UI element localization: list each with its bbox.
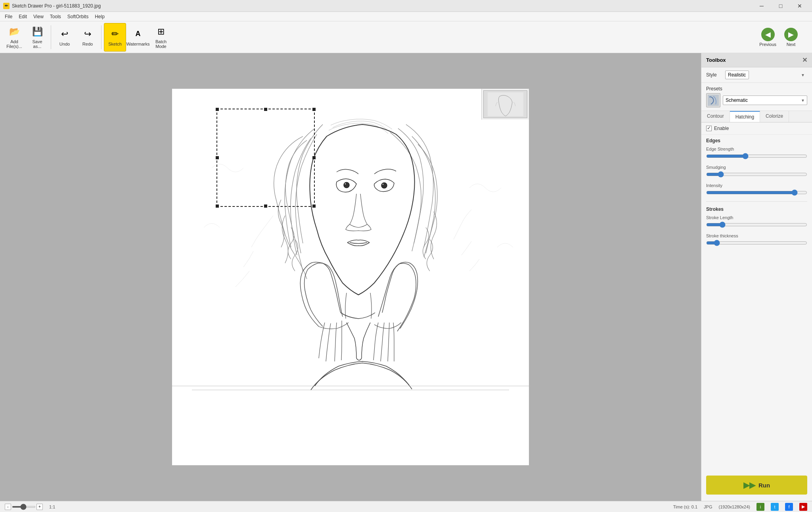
twitter-icon: t <box>774 504 775 509</box>
save-as-button[interactable]: 💾 Saveas... <box>26 23 48 52</box>
presets-row: Schematic Classic Modern Detailed ▼ <box>706 93 807 107</box>
intensity-row: Intensity <box>701 181 812 200</box>
menu-file[interactable]: File <box>2 13 15 20</box>
youtube-button[interactable]: ▶ <box>799 503 807 511</box>
edges-section-header: Edges <box>701 135 812 145</box>
presets-label: Presets <box>706 86 807 92</box>
tab-contour[interactable]: Contour <box>701 111 730 122</box>
svg-rect-0 <box>172 89 529 465</box>
tab-colorize[interactable]: Colorize <box>760 111 789 122</box>
nav-buttons: ◀ Previous ▶ Next <box>756 26 801 48</box>
next-icon: ▶ <box>784 28 798 41</box>
menu-help[interactable]: Help <box>92 13 108 20</box>
zoom-slider[interactable] <box>12 506 36 508</box>
undo-button[interactable]: ↩ Undo <box>54 23 76 52</box>
style-select-wrap: Realistic Cartoon Abstract ▼ <box>725 71 807 79</box>
info-icon: i <box>760 504 761 509</box>
title-controls[interactable]: ─ □ ✕ <box>753 0 809 12</box>
stroke-thickness-row: Stroke thickness <box>701 232 812 250</box>
redo-label: Redo <box>82 42 93 46</box>
intensity-track <box>706 189 807 196</box>
watermarks-icon: A <box>132 28 144 40</box>
format-status: JPG <box>704 504 712 509</box>
tabs: Contour Hatching Colorize <box>701 111 812 122</box>
nav-section: ◀ Previous ▶ Next <box>756 26 809 48</box>
sketch-canvas[interactable] <box>172 89 529 465</box>
edge-strength-slider[interactable] <box>706 153 807 159</box>
toolbar: 📂 AddFile(s)... 💾 Saveas... ↩ Undo ↪ Red… <box>0 21 812 53</box>
app-icon: ✏ <box>3 3 10 9</box>
status-bar: - + 1:1 Time (s): 0.1 JPG (1920x1280x24)… <box>0 501 812 512</box>
next-button[interactable]: ▶ Next <box>781 26 801 48</box>
svg-point-4 <box>382 183 384 185</box>
batch-mode-label: BatchMode <box>155 39 167 49</box>
twitter-button[interactable]: t <box>771 503 779 511</box>
edge-strength-label: Edge Strength <box>706 147 807 151</box>
add-files-label: AddFile(s)... <box>6 39 22 49</box>
intensity-slider[interactable] <box>706 189 807 196</box>
style-select[interactable]: Realistic Cartoon Abstract <box>725 71 749 79</box>
zoom-ratio: 1:1 <box>49 504 55 509</box>
sketch-icon: ✏ <box>109 28 121 40</box>
zoom-in-button[interactable]: + <box>36 504 43 510</box>
toolbox-spacer <box>701 250 812 469</box>
maximize-button[interactable]: □ <box>772 0 790 12</box>
canvas-content <box>0 53 701 501</box>
smudging-slider[interactable] <box>706 171 807 178</box>
toolbox-header: Toolbox ✕ <box>701 53 812 67</box>
tab-hatching[interactable]: Hatching <box>730 111 760 122</box>
menu-bar: File Edit View Tools SoftOrbits Help <box>0 12 812 21</box>
main-area: Toolbox ✕ Style Realistic Cartoon Abstra… <box>0 53 812 501</box>
add-files-button[interactable]: 📂 AddFile(s)... <box>3 23 25 52</box>
batch-mode-button[interactable]: ⊞ BatchMode <box>150 23 172 52</box>
menu-edit[interactable]: Edit <box>15 13 30 20</box>
zoom-out-button[interactable]: - <box>5 504 11 510</box>
enable-row: Enable <box>701 122 812 135</box>
window-title: Sketch Drawer Pro - girl-511883_1920.jpg <box>12 3 101 9</box>
redo-button[interactable]: ↪ Redo <box>77 23 99 52</box>
menu-softorbits[interactable]: SoftOrbits <box>64 13 92 20</box>
minimize-button[interactable]: ─ <box>753 0 771 12</box>
add-files-icon: 📂 <box>8 25 21 38</box>
sketch-button[interactable]: ✏ Sketch <box>104 23 126 52</box>
stroke-thickness-label: Stroke thickness <box>706 233 807 238</box>
style-select-arrow-icon: ▼ <box>801 73 805 77</box>
menu-tools[interactable]: Tools <box>47 13 64 20</box>
enable-label: Enable <box>714 126 729 131</box>
next-label: Next <box>787 42 796 47</box>
zoom-controls: - + <box>5 504 43 510</box>
close-button[interactable]: ✕ <box>791 0 809 12</box>
smudging-label: Smudging <box>706 165 807 170</box>
sketch-label: Sketch <box>108 42 122 46</box>
svg-point-2 <box>345 183 346 185</box>
watermarks-button[interactable]: A Watermarks <box>127 23 149 52</box>
dimensions-status: (1920x1280x24) <box>718 504 750 509</box>
menu-view[interactable]: View <box>30 13 47 20</box>
canvas-area[interactable] <box>0 53 701 501</box>
edge-strength-track <box>706 153 807 159</box>
previous-button[interactable]: ◀ Previous <box>756 26 779 48</box>
toolbox-close-button[interactable]: ✕ <box>802 56 807 64</box>
redo-icon: ↪ <box>81 28 94 40</box>
run-arrow-icon: ▶▶ <box>743 480 755 490</box>
title-bar-left: ✏ Sketch Drawer Pro - girl-511883_1920.j… <box>3 3 101 9</box>
watermarks-label: Watermarks <box>126 42 150 46</box>
toolbar-sep-2 <box>101 25 102 49</box>
stroke-thickness-track <box>706 240 807 246</box>
save-as-label: Saveas... <box>32 39 42 49</box>
run-button[interactable]: ▶▶ Run <box>706 476 807 495</box>
smudging-track <box>706 171 807 178</box>
enable-checkbox[interactable] <box>706 126 712 131</box>
toolbox-title: Toolbox <box>706 57 726 63</box>
stroke-length-slider[interactable] <box>706 222 807 228</box>
info-button[interactable]: i <box>756 503 764 511</box>
thumbnail-strip <box>481 89 529 120</box>
facebook-icon: f <box>788 504 789 509</box>
previous-icon: ◀ <box>761 28 775 41</box>
stroke-thickness-slider[interactable] <box>706 240 807 246</box>
presets-select[interactable]: Schematic Classic Modern Detailed <box>723 96 807 105</box>
divider-1 <box>706 201 807 202</box>
sketch-svg <box>172 89 529 465</box>
smudging-row: Smudging <box>701 163 812 181</box>
facebook-button[interactable]: f <box>785 503 793 511</box>
